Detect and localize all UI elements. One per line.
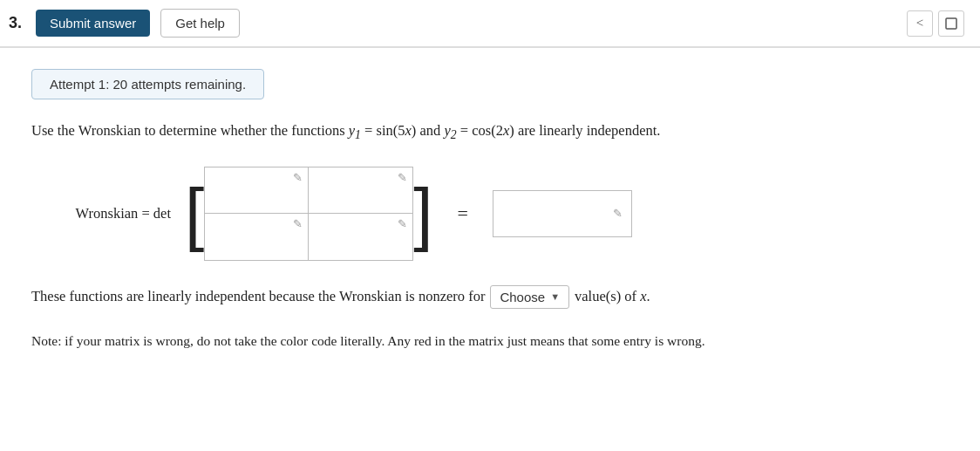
chevron-down-icon: ▼	[550, 291, 560, 302]
eq1-text: = sin(5x)	[364, 122, 416, 139]
pencil-icon-tl: ✎	[293, 171, 303, 185]
matrix-cells: ✎ ✎ ✎ ✎	[204, 167, 413, 261]
matrix-cell-bottom-left[interactable]: ✎	[204, 214, 309, 261]
attempt-text: Attempt 1: 20 attempts remaining.	[50, 77, 246, 92]
pencil-icon-bl: ✎	[293, 217, 303, 231]
problem-statement: Use the Wronskian to determine whether t…	[31, 119, 840, 146]
result-cell[interactable]: ✎	[493, 190, 632, 237]
pencil-icon-tr: ✎	[398, 171, 407, 185]
pencil-icon-result: ✎	[613, 207, 623, 221]
matrix-display: [ ✎ ✎ ✎ ✎ ]	[185, 167, 432, 261]
right-bracket: ]	[413, 179, 432, 249]
matrix-cell-top-left[interactable]: ✎	[204, 167, 309, 214]
svg-rect-0	[946, 18, 956, 29]
li-suffix-text: value(s) of x.	[575, 288, 650, 305]
chevron-left-icon[interactable]: <	[907, 10, 933, 37]
matrix-cell-top-right[interactable]: ✎	[309, 167, 413, 214]
problem-intro: Use the Wronskian to determine whether t…	[31, 122, 345, 139]
top-bar: 3. Submit answer Get help <	[0, 0, 980, 47]
left-bracket: [	[185, 179, 204, 249]
expand-icon[interactable]	[938, 10, 964, 37]
and-text: and	[419, 122, 440, 139]
wronskian-label: Wronskian = det	[31, 205, 171, 222]
submit-answer-button[interactable]: Submit answer	[36, 10, 150, 37]
pencil-icon-br: ✎	[398, 217, 407, 231]
equals-sign: =	[457, 202, 467, 225]
choose-label: Choose	[500, 290, 545, 304]
note-content: Note: if your matrix is wrong, do not ta…	[31, 333, 705, 348]
y2-var: y2	[444, 122, 456, 139]
question-number: 3.	[9, 14, 22, 32]
outro-text: are linearly independent.	[518, 122, 661, 139]
get-help-button[interactable]: Get help	[160, 9, 240, 38]
eq2-text: = cos(2x)	[460, 122, 514, 139]
attempt-box: Attempt 1: 20 attempts remaining.	[31, 69, 264, 99]
wronskian-row: Wronskian = det [ ✎ ✎ ✎ ✎	[31, 167, 840, 261]
top-bar-left: 3. Submit answer Get help	[9, 9, 240, 38]
choose-dropdown[interactable]: Choose ▼	[490, 285, 569, 309]
li-prefix-text: These functions are linearly independent…	[31, 288, 485, 305]
y1-var: y1	[349, 122, 361, 139]
matrix-cell-bottom-right[interactable]: ✎	[309, 214, 413, 261]
note-text: Note: if your matrix is wrong, do not ta…	[31, 330, 840, 352]
linearly-independent-row: These functions are linearly independent…	[31, 285, 840, 309]
content-area: Attempt 1: 20 attempts remaining. Use th…	[0, 48, 872, 372]
top-bar-right: <	[907, 10, 964, 37]
